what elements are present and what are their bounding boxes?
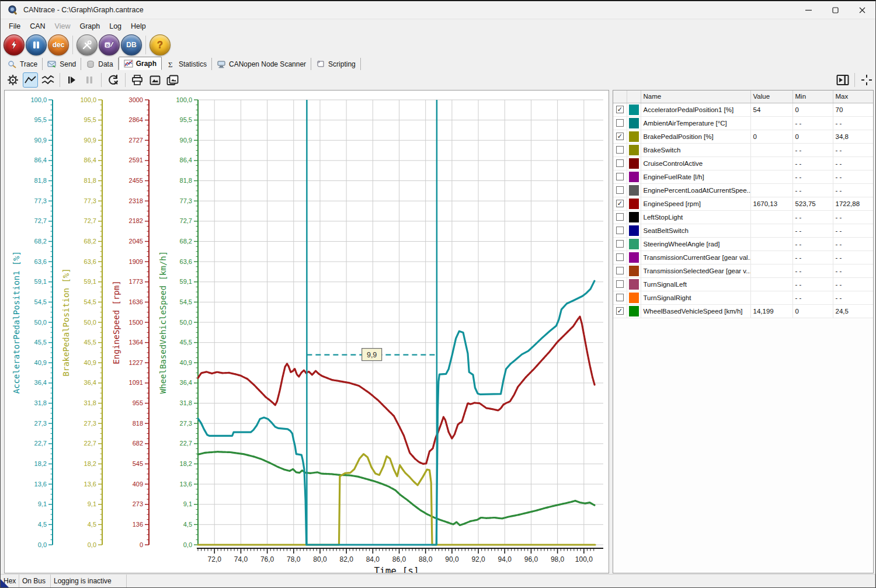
print-icon[interactable] <box>130 72 145 88</box>
svg-text:54,5: 54,5 <box>84 298 96 305</box>
signal-name: SeatBeltSwitch <box>641 224 750 237</box>
signal-checkbox[interactable] <box>616 240 624 248</box>
signal-name: TurnSignalLeft <box>641 277 750 291</box>
svg-text:77,3: 77,3 <box>84 197 96 204</box>
signal-checkbox[interactable]: ✓ <box>616 200 624 207</box>
svg-text:50,0: 50,0 <box>84 319 96 326</box>
signal-checkbox[interactable] <box>616 213 624 221</box>
signal-checkbox[interactable] <box>616 146 624 154</box>
signal-checkbox[interactable] <box>616 253 624 261</box>
menu-log[interactable]: Log <box>105 20 126 32</box>
tab-send[interactable]: Send <box>43 58 81 70</box>
resume-icon[interactable] <box>64 72 79 88</box>
tab-bar: TraceSendDataGraphΣStatisticsCANopen Nod… <box>1 57 875 70</box>
signal-checkbox[interactable] <box>616 267 624 274</box>
signal-checkbox[interactable] <box>616 173 624 180</box>
svg-text:0,0: 0,0 <box>38 541 47 548</box>
svg-text:1636: 1636 <box>129 298 143 305</box>
menu-file[interactable]: File <box>4 20 25 32</box>
svg-text:36,4: 36,4 <box>84 379 96 386</box>
close-button[interactable] <box>849 1 875 19</box>
svg-text:545: 545 <box>133 460 143 467</box>
svg-text:45,5: 45,5 <box>34 339 47 346</box>
connect-bolt-icon[interactable] <box>4 34 25 55</box>
multi-line-mode-icon[interactable] <box>40 72 55 88</box>
svg-text:D: D <box>106 43 109 47</box>
signal-checkbox[interactable]: ✓ <box>616 133 624 140</box>
tab-data[interactable]: Data <box>81 58 118 70</box>
column-header-min[interactable]: Min <box>792 91 833 103</box>
svg-text:100,0: 100,0 <box>30 96 47 103</box>
toggle-panel-icon[interactable] <box>835 72 850 88</box>
svg-text:Σ: Σ <box>168 60 173 68</box>
reset-zoom-icon[interactable] <box>106 72 121 88</box>
menu-help[interactable]: Help <box>126 20 151 32</box>
tab-trace[interactable]: Trace <box>3 58 43 70</box>
svg-text:13,6: 13,6 <box>34 481 47 488</box>
signal-color-swatch <box>629 266 639 276</box>
column-header-value[interactable]: Value <box>750 91 792 103</box>
tools-icon[interactable] <box>77 34 98 55</box>
signal-value <box>750 116 792 130</box>
signal-checkbox[interactable]: ✓ <box>616 307 624 315</box>
tab-graph[interactable]: Graph <box>119 57 162 70</box>
svg-text:68,2: 68,2 <box>180 238 192 245</box>
tab-statistics[interactable]: ΣStatistics <box>162 58 212 70</box>
signal-name: TurnSignalRight <box>641 291 750 304</box>
svg-text:36,4: 36,4 <box>34 379 47 386</box>
signal-name: AcceleratorPedalPosition1 [%] <box>641 103 750 116</box>
help-icon[interactable]: ? <box>150 34 171 55</box>
signal-color-swatch <box>629 118 639 128</box>
signal-checkbox[interactable] <box>616 119 624 127</box>
pause-icon[interactable] <box>26 34 47 55</box>
menu-can[interactable]: CAN <box>25 20 50 32</box>
signal-checkbox[interactable] <box>616 186 624 194</box>
svg-text:81,8: 81,8 <box>34 177 47 184</box>
signal-color-swatch <box>629 185 639 196</box>
menu-view[interactable]: View <box>50 20 75 32</box>
svg-text:50,0: 50,0 <box>180 319 192 326</box>
tab-scripting[interactable]: Scripting <box>311 58 361 70</box>
signal-min: 0 <box>792 304 833 318</box>
series-AcceleratorPedalPosition1 <box>198 281 595 545</box>
signal-value <box>750 277 792 291</box>
app-window: CANtrace - C:\Graph\Graph.cantrace FileC… <box>0 0 876 588</box>
menu-graph[interactable]: Graph <box>75 20 105 32</box>
svg-text:100,0: 100,0 <box>80 96 96 103</box>
graph-toolbar-separator <box>101 73 102 87</box>
copy-image-icon[interactable] <box>165 72 180 88</box>
svg-text:9,1: 9,1 <box>183 500 192 507</box>
signal-checkbox[interactable] <box>616 159 624 167</box>
tab-canopen-node-scanner[interactable]: CANopen Node Scanner <box>212 58 311 70</box>
signal-color-swatch <box>629 252 639 263</box>
maximize-button[interactable] <box>822 1 849 19</box>
svg-text:2318: 2318 <box>129 197 143 204</box>
signal-checkbox[interactable] <box>616 227 624 234</box>
signal-table: NameValueMinMax ✓AcceleratorPedalPositio… <box>613 91 874 318</box>
graph-toolbar-separator <box>125 73 126 87</box>
signal-min: - - <box>792 143 833 156</box>
graph-settings-icon[interactable] <box>5 72 20 88</box>
signal-checkbox[interactable] <box>616 294 624 301</box>
svg-text:96,0: 96,0 <box>524 555 538 563</box>
svg-text:81,8: 81,8 <box>84 177 96 184</box>
edit-signals-icon[interactable]: D <box>99 34 120 55</box>
signal-checkbox[interactable] <box>616 280 624 288</box>
pause-graph-icon[interactable] <box>82 72 97 88</box>
column-header-name[interactable]: Name <box>641 91 750 103</box>
minimize-button[interactable] <box>795 1 822 19</box>
line-mode-icon[interactable] <box>23 72 38 88</box>
column-header-max[interactable]: Max <box>833 91 873 103</box>
svg-text:1091: 1091 <box>129 379 143 386</box>
signal-color-swatch <box>629 212 639 222</box>
graph-canvas[interactable]: 100,095,590,986,481,877,372,768,263,659,… <box>5 91 609 573</box>
signal-checkbox[interactable]: ✓ <box>616 106 624 113</box>
database-icon[interactable]: DB <box>121 34 142 55</box>
signal-value: 14,199 <box>750 304 792 318</box>
decimal-mode-icon[interactable]: dec <box>48 34 69 55</box>
signal-min: 0 <box>792 130 833 143</box>
svg-text:95,5: 95,5 <box>34 116 47 123</box>
signal-name: TransmissionSelectedGear [gear v... <box>641 264 750 277</box>
crosshair-cursor-icon[interactable] <box>859 72 874 88</box>
save-image-icon[interactable] <box>147 72 162 88</box>
